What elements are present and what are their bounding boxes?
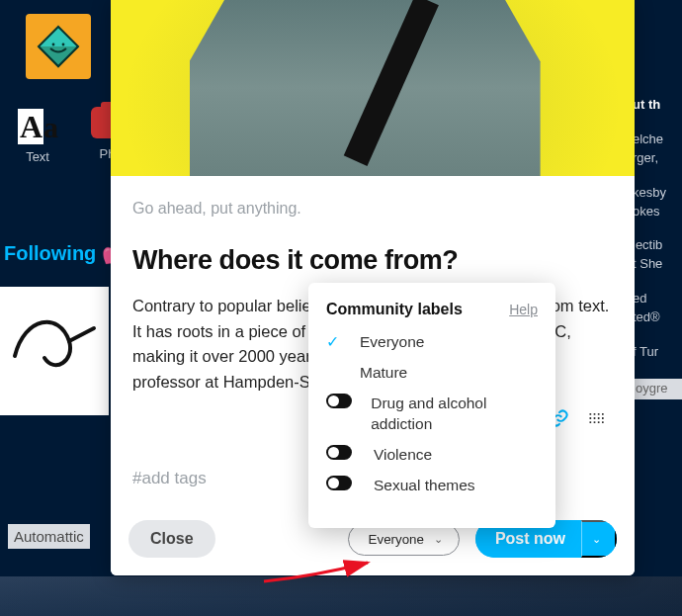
chevron-down-icon: ⌄	[592, 533, 601, 546]
dashboard-bottom-photo	[0, 576, 682, 616]
frag: kesby	[633, 185, 682, 202]
frag: ted®	[633, 309, 682, 326]
toggle-off-icon[interactable]	[326, 445, 352, 460]
community-label-select[interactable]: Everyone ⌄	[348, 523, 460, 556]
post-type-row: Aa Text Pho	[0, 109, 109, 164]
toggle-off-icon[interactable]	[326, 394, 352, 408]
text-icon-label: Text	[18, 149, 57, 164]
composer-prompt[interactable]: Go ahead, put anything.	[132, 200, 613, 218]
right-rail-fragments: ut th elche rger, kesby okes lectib t Sh…	[633, 79, 682, 417]
label-toggle-sexual[interactable]: Sexual themes	[326, 476, 538, 496]
label-toggle-text: Sexual themes	[374, 476, 475, 496]
check-icon: ✓	[326, 332, 346, 351]
composer-hero-image	[111, 0, 635, 176]
text-icon: Aa	[18, 109, 57, 145]
post-type-text[interactable]: Aa Text	[18, 109, 57, 164]
frag: oygre	[633, 379, 682, 399]
blog-avatar[interactable]	[26, 14, 91, 79]
label-option-everyone[interactable]: ✓ Everyone	[326, 332, 538, 353]
svg-point-1	[52, 44, 55, 46]
footer-automattic[interactable]: Automattic	[8, 524, 90, 549]
frag: lectib	[633, 237, 682, 254]
frag: t She	[633, 256, 682, 273]
label-toggle-text: Violence	[374, 445, 432, 466]
frag: ed	[633, 291, 682, 308]
community-label-select-value: Everyone	[369, 532, 424, 547]
frag: rger,	[633, 150, 682, 167]
popover-help-link[interactable]: Help	[509, 302, 538, 317]
label-toggle-text: Drug and alcohol addiction	[371, 394, 538, 435]
toggle-off-icon[interactable]	[326, 476, 352, 490]
frag: okes	[633, 204, 682, 220]
close-button[interactable]: Close	[128, 520, 215, 558]
more-inline-icon[interactable]	[587, 408, 607, 432]
label-toggle-drug[interactable]: Drug and alcohol addiction	[326, 394, 538, 435]
label-toggle-violence[interactable]: Violence	[326, 445, 538, 466]
chevron-down-icon: ⌄	[434, 533, 443, 546]
svg-point-2	[62, 44, 65, 46]
frag: f Tur	[633, 344, 682, 361]
frag: ut th	[633, 97, 682, 114]
avatar-diamond-icon	[37, 25, 80, 68]
frag: elche	[633, 132, 682, 148]
label-option-mature[interactable]: ✓ Mature	[326, 363, 538, 384]
popover-title: Community labels	[326, 301, 463, 318]
dashboard-post-preview	[0, 287, 109, 415]
composer-title[interactable]: Where does it come from?	[132, 245, 613, 276]
community-labels-popover: Community labels Help ✓ Everyone ✓ Matur…	[308, 283, 555, 528]
label-option-text: Mature	[360, 363, 407, 384]
label-option-text: Everyone	[360, 332, 424, 353]
post-options-dropdown[interactable]: ⌄	[581, 520, 617, 558]
